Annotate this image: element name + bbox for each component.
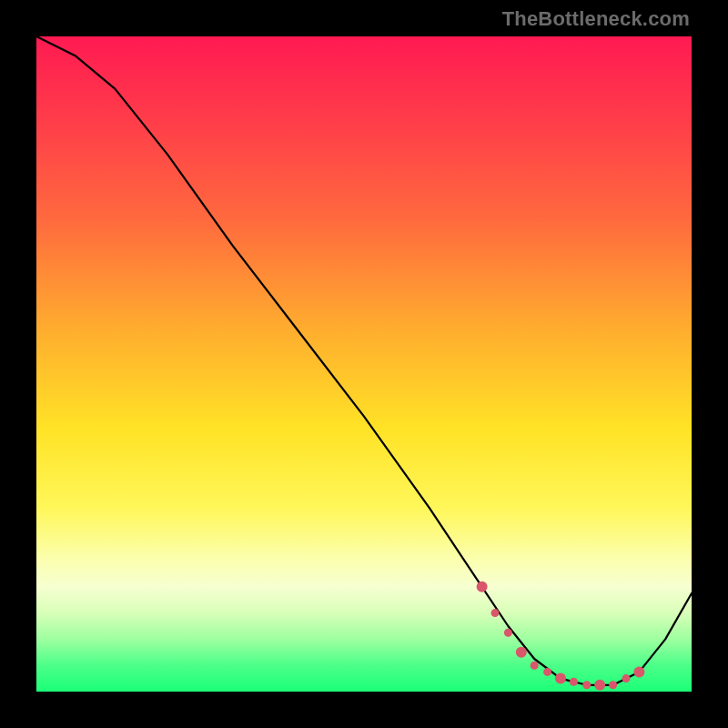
- optimal-point: [477, 581, 488, 592]
- optimal-point: [504, 629, 512, 637]
- bottleneck-curve: [36, 36, 692, 685]
- optimal-point: [594, 680, 605, 691]
- optimal-point: [582, 681, 591, 689]
- optimal-point: [633, 666, 644, 677]
- optimal-point: [491, 609, 500, 617]
- optimal-point: [543, 668, 551, 676]
- optimal-range-dots: [477, 581, 645, 691]
- watermark-text: TheBottleneck.com: [502, 7, 690, 31]
- optimal-point: [609, 681, 617, 689]
- optimal-point: [622, 674, 631, 682]
- chart-frame: TheBottleneck.com: [0, 0, 728, 728]
- curve-svg: [36, 36, 692, 692]
- plot-area: [36, 36, 692, 692]
- optimal-point: [516, 647, 527, 658]
- optimal-point: [570, 678, 578, 686]
- optimal-point: [555, 673, 566, 684]
- optimal-point: [531, 662, 539, 670]
